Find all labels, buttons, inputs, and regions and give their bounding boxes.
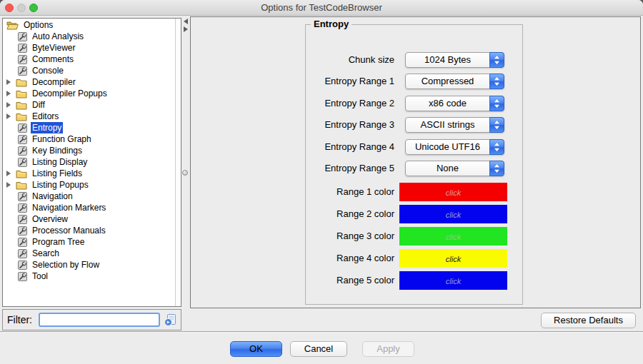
tree-item-console[interactable]: Console (3, 65, 174, 76)
tree-item-listing-fields[interactable]: Listing Fields (3, 168, 174, 179)
expand-arrow-icon[interactable] (6, 99, 16, 111)
tree-item-label: Options (22, 19, 54, 31)
entropy-range-2-select[interactable]: x86 code (405, 96, 504, 111)
range-5-color-button[interactable]: click (399, 271, 507, 290)
tree-scrollbar[interactable] (175, 19, 181, 306)
entropy-range-1-select[interactable]: Compressed (405, 74, 504, 89)
tool-icon (18, 215, 27, 224)
tree-item-key-bindings[interactable]: Key Bindings (3, 145, 174, 156)
tree-item-selection-by-flow[interactable]: Selection by Flow (3, 259, 174, 271)
tree-item-tool[interactable]: Tool (3, 271, 174, 282)
folder-icon (16, 181, 27, 190)
filter-input[interactable] (39, 313, 160, 327)
tree-item-label: Editors (31, 111, 60, 122)
tool-icon (18, 146, 27, 156)
option-label: Entropy Range 2 (324, 96, 394, 111)
chevron-updown-icon (489, 139, 504, 155)
selected-value: ASCII strings (406, 118, 489, 132)
entropy-range-4-select[interactable]: Unicode UTF16 (405, 139, 504, 155)
window-title: Options for TestCodeBrowser (0, 0, 643, 16)
range-4-color-button[interactable]: click (399, 249, 507, 268)
option-row: Range 4 colorclick (306, 249, 522, 268)
tree-item-diff[interactable]: Diff (3, 99, 174, 111)
tree-item-navigation[interactable]: Navigation (3, 191, 174, 202)
tool-icon (18, 158, 27, 167)
tool-icon (18, 226, 27, 236)
selected-value: x86 code (406, 96, 489, 111)
ok-button[interactable]: OK (230, 341, 282, 357)
tree-item-function-graph[interactable]: Function Graph (3, 133, 174, 145)
tree-item-decompiler-popups[interactable]: Decompiler Popups (3, 88, 174, 99)
tree-item-label: Console (31, 65, 65, 76)
tree-item-search[interactable]: Search (3, 248, 174, 259)
expand-arrow-icon[interactable] (6, 88, 16, 99)
tree-item-label: Decompiler (31, 76, 77, 88)
option-label: Entropy Range 1 (324, 74, 394, 89)
filter-options-icon (164, 313, 177, 327)
range-1-color-button[interactable]: click (399, 183, 507, 201)
option-row: Chunk size1024 Bytes (306, 52, 522, 68)
expand-arrow-icon[interactable] (6, 111, 16, 122)
tree-item-label: Decompiler Popups (31, 88, 109, 99)
option-row: Entropy Range 1Compressed (306, 74, 522, 89)
cancel-button[interactable]: Cancel (290, 341, 347, 357)
collapse-right-icon[interactable] (184, 26, 188, 32)
tree-item-decompiler[interactable]: Decompiler (3, 76, 174, 88)
option-row: Range 3 colorclick (306, 227, 522, 246)
tree-item-byteviewer[interactable]: ByteViewer (3, 42, 174, 54)
expand-arrow-icon[interactable] (6, 179, 16, 191)
tree-item-program-tree[interactable]: Program Tree (3, 236, 174, 248)
entropy-options-panel: Entropy Chunk size1024 BytesEntropy Rang… (190, 16, 641, 308)
tree-item-navigation-markers[interactable]: Navigation Markers (3, 202, 174, 213)
tree-item-label: Selection by Flow (31, 259, 101, 271)
tree-item-listing-display[interactable]: Listing Display (3, 156, 174, 168)
option-label: Entropy Range 4 (324, 139, 394, 155)
option-row: Entropy Range 4Unicode UTF16 (306, 139, 522, 155)
selected-value: 1024 Bytes (406, 53, 489, 67)
expand-arrow-icon[interactable] (6, 168, 16, 179)
group-title: Entropy (311, 19, 352, 29)
entropy-group-box: Entropy Chunk size1024 BytesEntropy Rang… (305, 24, 523, 305)
tool-icon (18, 123, 27, 133)
chunk-size-select[interactable]: 1024 Bytes (405, 52, 504, 68)
apply-button[interactable]: Apply (362, 341, 414, 357)
chevron-updown-icon (489, 52, 504, 68)
tree-item-label: Comments (31, 54, 75, 65)
chevron-updown-icon (489, 74, 504, 89)
divider-knob[interactable] (182, 170, 188, 176)
option-label: Range 2 color (337, 205, 394, 223)
restore-defaults-button[interactable]: Restore Defaults (541, 313, 636, 328)
entropy-range-3-select[interactable]: ASCII strings (405, 117, 504, 133)
tool-icon (18, 203, 27, 213)
range-3-color-button[interactable]: click (399, 227, 507, 246)
option-label: Entropy Range 3 (324, 117, 394, 133)
splitpane-divider[interactable] (181, 16, 190, 312)
range-2-color-button[interactable]: click (399, 205, 507, 223)
tree-item-label: Auto Analysis (31, 31, 85, 42)
tree-item-label: ByteViewer (31, 42, 76, 54)
filter-toolbar: Filter: (2, 309, 181, 330)
tree-item-listing-popups[interactable]: Listing Popups (3, 179, 174, 191)
tree-item-editors[interactable]: Editors (3, 111, 174, 122)
option-label: Chunk size (349, 52, 394, 68)
expand-arrow-icon[interactable] (6, 76, 16, 88)
options-tree: OptionsAuto AnalysisByteViewerCommentsCo… (3, 19, 174, 282)
folder-icon (16, 89, 27, 98)
collapse-left-icon[interactable] (184, 19, 188, 24)
options-dialog: Options for TestCodeBrowser OptionsAuto … (0, 0, 643, 364)
tree-item-options[interactable]: Options (3, 19, 174, 31)
tool-icon (18, 44, 27, 53)
tree-item-label: Diff (31, 99, 46, 111)
tool-icon (18, 66, 27, 76)
tree-item-comments[interactable]: Comments (3, 54, 174, 65)
tree-item-processor-manuals[interactable]: Processor Manuals (3, 225, 174, 236)
option-row: Range 1 colorclick (306, 183, 522, 201)
filter-options-button[interactable] (163, 313, 178, 328)
folder-icon (16, 169, 27, 178)
open-folder-icon (6, 21, 19, 30)
folder-icon (16, 78, 27, 87)
tree-item-overview[interactable]: Overview (3, 213, 174, 225)
tree-item-entropy[interactable]: Entropy (3, 122, 174, 133)
entropy-range-5-select[interactable]: None (405, 161, 504, 176)
tree-item-auto-analysis[interactable]: Auto Analysis (3, 31, 174, 42)
